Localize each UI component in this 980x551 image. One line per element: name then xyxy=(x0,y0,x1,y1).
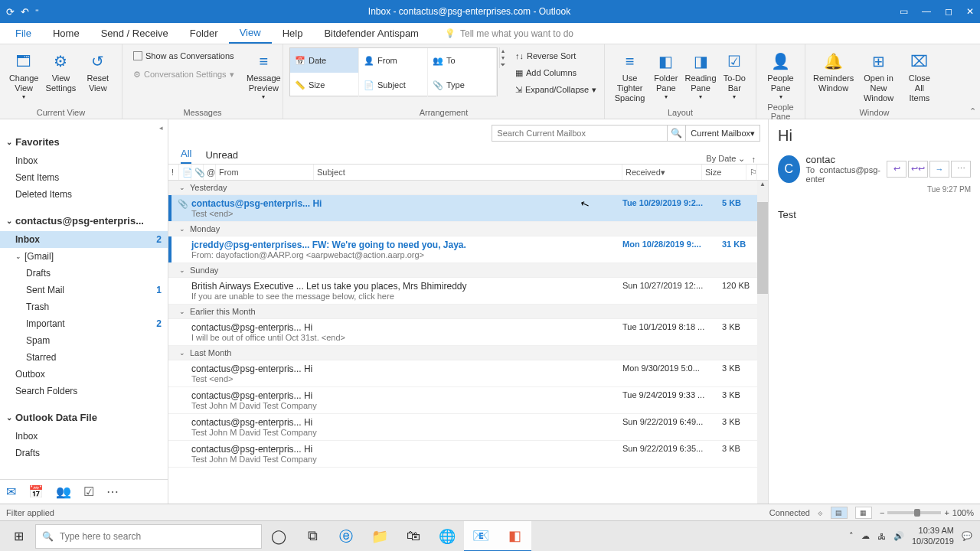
search-folders[interactable]: Search Folders xyxy=(0,383,168,399)
sync-icon[interactable]: ⟳ xyxy=(6,6,15,18)
store-icon[interactable]: 🛍 xyxy=(397,521,430,552)
zoom-in-icon[interactable]: + xyxy=(944,508,949,517)
view-settings-button[interactable]: ⚙View Settings xyxy=(43,47,78,95)
chrome-icon[interactable]: 🌐 xyxy=(430,521,464,552)
data-file-header[interactable]: Outlook Data File xyxy=(0,407,168,428)
group-earlier[interactable]: Earlier this Month xyxy=(168,305,768,319)
zoom-slider[interactable] xyxy=(887,511,941,514)
tab-view[interactable]: View xyxy=(229,23,272,44)
add-columns-button[interactable]: ▦ Add Columns xyxy=(511,64,601,81)
message-scrollbar[interactable]: ▲ xyxy=(757,181,768,504)
edge-icon[interactable]: ⓔ xyxy=(329,521,363,552)
tab-file[interactable]: File xyxy=(5,24,42,43)
people-pane-button[interactable]: 👤People Pane▾ xyxy=(763,47,799,103)
inbox-folder[interactable]: Inbox2 xyxy=(0,231,168,248)
message-row[interactable]: contactus@psg-enterpris... HiTest John M… xyxy=(168,414,768,441)
column-headers[interactable]: ! 📄 📎 @ From Subject Received ▾ Size ⚐ xyxy=(168,164,768,181)
explorer-icon[interactable]: 📁 xyxy=(363,521,397,552)
tray-chevron-icon[interactable]: ˄ xyxy=(849,531,854,541)
fav-sent-items[interactable]: Sent Items xyxy=(0,169,168,186)
maximize-icon[interactable]: ◻ xyxy=(945,6,952,17)
taskbar-search[interactable]: 🔍 Type here to search xyxy=(35,524,262,549)
message-row[interactable]: 📎 contactus@psg-enterpris... HiTest <end… xyxy=(168,195,768,222)
sent-mail-folder[interactable]: Sent Mail1 xyxy=(0,282,168,298)
people-module-icon[interactable]: 👥 xyxy=(56,484,71,499)
important-folder[interactable]: Important2 xyxy=(0,315,168,332)
df-drafts[interactable]: Drafts xyxy=(0,445,168,461)
todo-bar-button[interactable]: ☑To-Do Bar▾ xyxy=(720,47,750,103)
tab-send-receive[interactable]: Send / Receive xyxy=(90,24,179,43)
change-view-button[interactable]: 🗔Change View▾ xyxy=(6,47,41,103)
trash-folder[interactable]: Trash xyxy=(0,298,168,315)
undo-icon[interactable]: ↶ xyxy=(21,6,29,18)
favorites-header[interactable]: Favorites xyxy=(0,132,168,152)
outbox-folder[interactable]: Outbox xyxy=(0,366,168,383)
view-reading-icon[interactable]: ▦ xyxy=(855,507,872,519)
expand-collapse-button[interactable]: ⇲ Expand/Collapse ▾ xyxy=(511,81,601,98)
folder-pane-button[interactable]: ◧Folder Pane▾ xyxy=(650,47,681,103)
group-last-month[interactable]: Last Month xyxy=(168,346,768,360)
sort-order-icon[interactable]: ↑ xyxy=(752,155,756,164)
message-row[interactable]: contactus@psg-enterpris... HiTest <end> … xyxy=(168,360,768,387)
close-icon[interactable]: ✕ xyxy=(966,6,974,17)
tray-network-icon[interactable]: 🖧 xyxy=(877,532,886,541)
reply-icon[interactable]: ↩ xyxy=(887,161,906,178)
close-all-button[interactable]: ⌧Close All Items xyxy=(902,47,937,106)
tab-home[interactable]: Home xyxy=(42,24,90,43)
arrangement-scroll[interactable]: ▴▾⏷ xyxy=(499,47,506,68)
tab-help[interactable]: Help xyxy=(272,24,314,43)
tasks-module-icon[interactable]: ☑ xyxy=(83,484,94,499)
tell-me[interactable]: Tell me what you want to do xyxy=(445,28,573,39)
fav-deleted-items[interactable]: Deleted Items xyxy=(0,186,168,203)
account-header[interactable]: contactus@psg-enterpris... xyxy=(0,210,168,231)
search-icon[interactable]: 🔍 xyxy=(668,125,686,142)
arrangement-gallery[interactable]: 📅Date 👤From 👥To 📏Size 📄Subject 📎Type xyxy=(289,47,498,96)
start-button[interactable]: ⊞ xyxy=(2,521,35,552)
mail-module-icon[interactable]: ✉ xyxy=(6,484,16,499)
drafts-folder[interactable]: Drafts xyxy=(0,265,168,282)
group-yesterday[interactable]: Yesterday xyxy=(168,181,768,195)
message-row[interactable]: British Airways Executive ... Let us tak… xyxy=(168,278,768,305)
message-row[interactable]: contactus@psg-enterpris... HiTest John M… xyxy=(168,441,768,468)
gmail-folder[interactable]: [Gmail] xyxy=(0,248,168,265)
view-normal-icon[interactable]: ▤ xyxy=(831,507,848,519)
group-sunday[interactable]: Sunday xyxy=(168,263,768,278)
snagit-icon[interactable]: ◧ xyxy=(498,521,531,552)
fav-inbox[interactable]: Inbox xyxy=(0,152,168,169)
tray-onedrive-icon[interactable]: ☁ xyxy=(861,531,870,541)
df-inbox[interactable]: Inbox xyxy=(0,428,168,445)
sort-by-dropdown[interactable]: By Date ⌄ xyxy=(706,154,745,164)
tab-bitdefender[interactable]: Bitdefender Antispam xyxy=(313,24,430,43)
search-scope-dropdown[interactable]: Current Mailbox ▾ xyxy=(686,125,760,142)
notifications-icon[interactable]: 💬 xyxy=(962,531,972,541)
tighter-spacing-button[interactable]: ≡Use Tighter Spacing xyxy=(611,47,648,106)
more-actions-icon[interactable]: ⋯ xyxy=(951,161,971,178)
task-view-icon[interactable]: ⧉ xyxy=(296,521,329,552)
reminders-window-button[interactable]: 🔔Reminders Window xyxy=(812,47,855,95)
reply-all-icon[interactable]: ↩↩ xyxy=(908,161,928,178)
reading-pane-button[interactable]: ◨Reading Pane▾ xyxy=(683,47,717,103)
message-preview-button[interactable]: ≡Message Preview▾ xyxy=(245,47,283,103)
group-monday[interactable]: Monday xyxy=(168,222,768,236)
forward-icon[interactable]: → xyxy=(929,161,949,178)
open-new-window-button[interactable]: ⊞Open in New Window xyxy=(857,47,900,106)
message-row[interactable]: jcreddy@psg-enterprises... FW: We're goi… xyxy=(168,236,768,263)
starred-folder[interactable]: Starred xyxy=(0,349,168,366)
minimize-icon[interactable]: — xyxy=(922,6,931,17)
collapse-ribbon-icon[interactable]: ⌃ xyxy=(965,44,980,119)
taskbar-clock[interactable]: 10:39 AM10/30/2019 xyxy=(912,526,954,546)
message-row[interactable]: contactus@psg-enterpris... HiTest John M… xyxy=(168,387,768,414)
calendar-module-icon[interactable]: 📅 xyxy=(28,484,44,499)
tray-volume-icon[interactable]: 🔊 xyxy=(893,531,904,541)
tab-folder[interactable]: Folder xyxy=(179,24,229,43)
filter-unread[interactable]: Unread xyxy=(205,149,238,164)
search-input[interactable] xyxy=(492,125,668,142)
ribbon-display-icon[interactable]: ▭ xyxy=(900,6,908,17)
outlook-taskbar-icon[interactable]: 📧 xyxy=(464,521,498,552)
spam-folder[interactable]: Spam xyxy=(0,332,168,349)
message-row[interactable]: contactus@psg-enterpris... HiI will be o… xyxy=(168,319,768,346)
reverse-sort-button[interactable]: ↑↓ Reverse Sort xyxy=(511,47,601,64)
cortana-icon[interactable]: ◯ xyxy=(262,521,296,552)
filter-all[interactable]: All xyxy=(181,148,191,164)
reset-view-button[interactable]: ↺Reset View xyxy=(80,47,116,95)
